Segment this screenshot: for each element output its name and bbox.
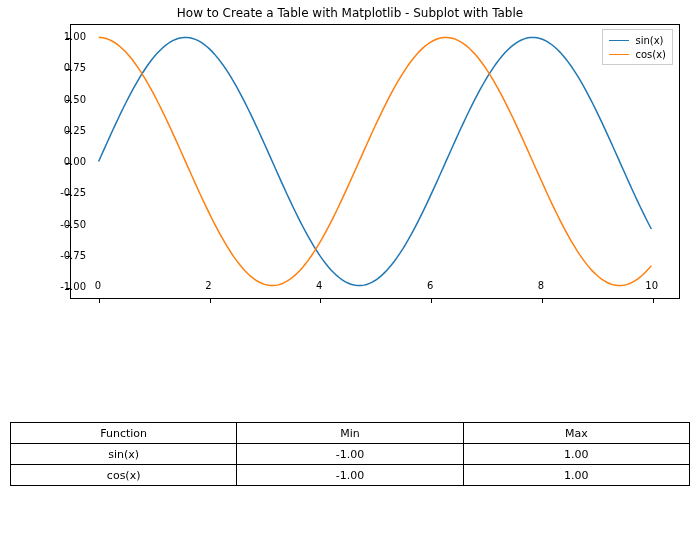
legend-label-1: cos(x) xyxy=(635,49,666,60)
table-cell: -1.00 xyxy=(237,444,463,465)
x-tick-label: 8 xyxy=(521,280,561,291)
y-tick-label: -0.50 xyxy=(46,219,86,230)
legend-label-0: sin(x) xyxy=(635,35,663,46)
y-tick-label: -1.00 xyxy=(46,281,86,292)
table-row: cos(x) -1.00 1.00 xyxy=(11,465,690,486)
table-cell: Min xyxy=(237,423,463,444)
y-tick-label: 0.50 xyxy=(46,94,86,105)
figure: How to Create a Table with Matplotlib - … xyxy=(0,0,700,560)
legend: sin(x) cos(x) xyxy=(602,29,673,65)
table-row: sin(x) -1.00 1.00 xyxy=(11,444,690,465)
table-cell: -1.00 xyxy=(237,465,463,486)
table-cell: 1.00 xyxy=(463,465,689,486)
y-tick-label: 0.75 xyxy=(46,62,86,73)
table-cell: cos(x) xyxy=(11,465,237,486)
legend-item-0: sin(x) xyxy=(609,33,666,47)
table-cell: 1.00 xyxy=(463,444,689,465)
x-tick xyxy=(210,298,211,303)
table-cell: Function xyxy=(11,423,237,444)
x-tick-label: 6 xyxy=(410,280,450,291)
x-tick xyxy=(542,298,543,303)
plot-area: sin(x) cos(x) xyxy=(70,24,680,299)
curves-svg xyxy=(71,25,679,298)
y-tick-label: 0.00 xyxy=(46,156,86,167)
y-tick-label: 0.25 xyxy=(46,125,86,136)
legend-swatch-0 xyxy=(609,40,629,41)
chart-title: How to Create a Table with Matplotlib - … xyxy=(0,6,700,20)
series-1-path xyxy=(99,37,652,285)
y-tick-label: -0.25 xyxy=(46,187,86,198)
x-tick-label: 4 xyxy=(299,280,339,291)
table-cell: sin(x) xyxy=(11,444,237,465)
y-tick-label: -0.75 xyxy=(46,250,86,261)
table-row: Function Min Max xyxy=(11,423,690,444)
legend-item-1: cos(x) xyxy=(609,47,666,61)
x-tick xyxy=(431,298,432,303)
summary-table: Function Min Max sin(x) -1.00 1.00 cos(x… xyxy=(10,422,690,486)
x-tick-label: 2 xyxy=(189,280,229,291)
x-tick xyxy=(653,298,654,303)
y-tick-label: 1.00 xyxy=(46,31,86,42)
x-tick-label: 10 xyxy=(632,280,672,291)
x-tick xyxy=(320,298,321,303)
table-cell: Max xyxy=(463,423,689,444)
x-tick xyxy=(99,298,100,303)
legend-swatch-1 xyxy=(609,54,629,55)
series-0-path xyxy=(99,37,652,285)
